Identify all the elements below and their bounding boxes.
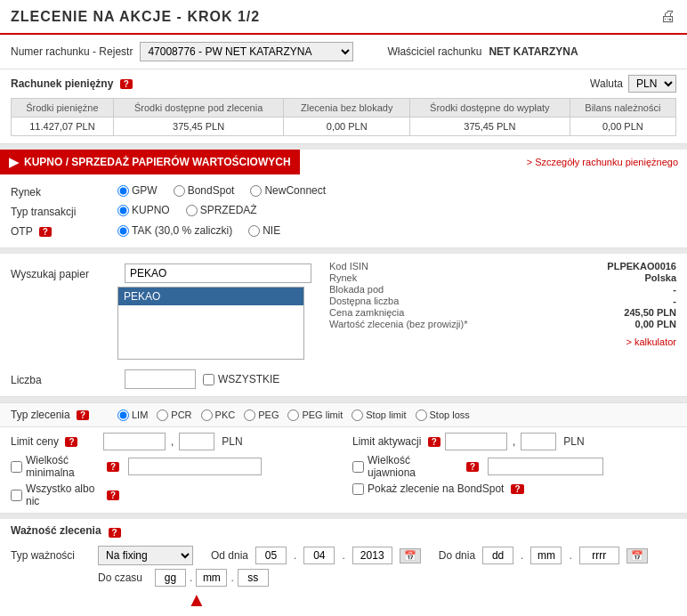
blokada-label: Blokada pod <box>329 284 467 295</box>
otp-tak[interactable]: TAK (30,0 % zaliczki) <box>117 224 232 237</box>
waznosc-title: Ważność zlecenia <box>11 524 101 537</box>
typ-pkc[interactable]: PKC <box>201 409 236 421</box>
otp-row: OTP ? TAK (30,0 % zaliczki) NIE <box>11 221 676 240</box>
col-zlecenia-bez-blokady: Zlecenia bez blokady <box>284 99 410 118</box>
col-bilans: Bilans należności <box>570 99 675 118</box>
currency-label: Waluta <box>590 77 623 90</box>
do-czasu-row: Do czasu . . <box>98 569 676 587</box>
arrow-indicator: ▲ <box>187 588 676 612</box>
search-label: Wyszukaj papier <box>11 266 117 280</box>
od-calendar-button[interactable]: 📅 <box>400 548 421 563</box>
otp-nie[interactable]: NIE <box>248 224 280 237</box>
isin-value: PLPEKAO0016 <box>476 261 676 272</box>
kupno-arrow-icon: ▶ <box>9 155 19 169</box>
limit-ceny-input2[interactable] <box>179 433 214 450</box>
limit-aktywacji-input2[interactable] <box>521 433 556 450</box>
otp-label: OTP ? <box>11 223 117 238</box>
typ-peg[interactable]: PEG <box>244 409 279 421</box>
pokaz-help[interactable]: ? <box>511 484 523 494</box>
currency-row: Waluta PLN <box>590 75 676 93</box>
do-month-input[interactable] <box>530 547 562 564</box>
search-result-pekao[interactable]: PEKAO <box>118 288 303 305</box>
search-right: Kod ISIN PLPEKAO0016 Rynek Polska Blokad… <box>329 261 676 389</box>
money-section-header: Rachunek pieniężny ? Waluta PLN <box>11 69 676 96</box>
limit-aktywacji-label: Limit aktywacji ? <box>352 435 441 448</box>
page-header: ZLECENIE NA AKCJE - KROK 1/2 🖨 <box>0 0 687 35</box>
do-year-input[interactable] <box>579 547 619 564</box>
wszystko-check[interactable]: Wszystko albo nic <box>11 482 100 507</box>
typ-pcr[interactable]: PCR <box>157 409 191 421</box>
wszystkie-checkbox[interactable]: WSZYSTKIE <box>203 373 279 385</box>
val-srodki-pieniezne: 11.427,07 PLN <box>12 118 114 136</box>
wielkosc-ujawniona-input[interactable] <box>488 458 603 475</box>
limit-grid: Limit ceny ? , PLN Wielkość minimalna <box>11 433 676 507</box>
wielkosc-ujawniona-help[interactable]: ? <box>466 462 479 472</box>
typ-zlecenia-help[interactable]: ? <box>77 410 89 420</box>
search-layout: Wyszukaj papier PEKAO Liczba <box>11 261 676 389</box>
limit-ceny-help[interactable]: ? <box>65 437 77 447</box>
rynek-radio-group: GPW BondSpot NewConnect <box>117 184 326 197</box>
od-day-input[interactable] <box>255 547 287 564</box>
waznosc-typ-select[interactable]: Na fixing Dzień Do daty Do czasu Bezterm… <box>98 546 193 565</box>
do-dnia-label: Do dnia <box>439 549 475 562</box>
limit-aktywacji-help[interactable]: ? <box>428 437 440 447</box>
liczba-input[interactable] <box>125 369 196 389</box>
do-day-input[interactable] <box>482 547 513 564</box>
limit-ceny-pln: PLN <box>222 435 242 448</box>
od-year-input[interactable] <box>352 547 392 564</box>
od-month-input[interactable] <box>303 547 335 564</box>
search-left: Wyszukaj papier PEKAO Liczba <box>11 261 311 389</box>
account-select[interactable]: 47008776 - PW NET KATARZYNA <box>140 42 353 61</box>
print-icon[interactable]: 🖨 <box>660 7 676 26</box>
search-input[interactable] <box>125 263 311 283</box>
search-row: Wyszukaj papier PEKAO <box>11 261 311 362</box>
od-dnia-label: Od dnia <box>211 549 248 562</box>
money-help-badge[interactable]: ? <box>120 79 133 89</box>
rynek-bondspot[interactable]: BondSpot <box>174 184 235 197</box>
otp-help-badge[interactable]: ? <box>39 227 52 237</box>
do-calendar-button[interactable]: 📅 <box>626 548 648 563</box>
val-srodki-dostepne: 375,45 PLN <box>113 118 284 136</box>
wielkosc-min-check[interactable]: Wielkość minimalna <box>11 454 100 479</box>
typ-kupno[interactable]: KUPNO <box>117 204 170 216</box>
wielkosc-ujawniona-row: Wielkość ujawniona ? <box>352 454 676 479</box>
typ-sprzedaz[interactable]: SPRZEDAŻ <box>186 204 257 216</box>
search-results-list: PEKAO <box>117 287 304 360</box>
do-czasu-label: Do czasu <box>98 571 142 584</box>
wielkosc-min-help[interactable]: ? <box>107 462 119 472</box>
kupno-section-wrapper: ▶ KUPNO / SPRZEDAŻ PAPIERÓW WARTOŚCIOWYC… <box>0 150 687 616</box>
wszystko-help[interactable]: ? <box>107 490 119 500</box>
page-container: ZLECENIE NA AKCJE - KROK 1/2 🖨 Numer rac… <box>0 0 687 616</box>
waznosc-help[interactable]: ? <box>109 528 121 538</box>
currency-select[interactable]: PLN <box>628 75 676 93</box>
typ-stop-limit[interactable]: Stop limit <box>352 409 406 421</box>
rynek-label: Rynek <box>11 184 117 199</box>
limit-aktywacji-input1[interactable] <box>445 433 507 450</box>
money-section-title: Rachunek pieniężny <box>11 77 113 90</box>
wszystko-albo-nic-row: Wszystko albo nic ? <box>11 482 335 507</box>
details-link[interactable]: > Szczegóły rachunku pieniężnego <box>527 153 678 171</box>
owner-label: Właściciel rachunku <box>387 45 481 58</box>
waznosc-section: Ważność zlecenia ? Typ ważności Na fixin… <box>0 519 687 616</box>
typ-transakcji-radio-group: KUPNO SPRZEDAŻ <box>117 204 257 216</box>
do-ss-input[interactable] <box>238 569 269 587</box>
owner-value: NET KATARZYNA <box>489 45 578 58</box>
typ-lim[interactable]: LIM <box>117 409 148 421</box>
pokaz-check[interactable]: Pokaż zlecenie na BondSpot <box>352 482 504 495</box>
rynek-section: Rynek GPW BondSpot NewConnect Typ transa… <box>0 174 687 248</box>
rynek-gpw[interactable]: GPW <box>117 184 158 197</box>
waznosc-row: Typ ważności Na fixing Dzień Do daty Do … <box>11 546 676 565</box>
kalkulator-link[interactable]: > kalkulator <box>329 336 676 347</box>
liczba-label: Liczba <box>11 372 117 386</box>
do-gg-input[interactable] <box>155 569 186 587</box>
wartosc-value: 0,00 PLN <box>476 319 676 329</box>
money-table: Środki pieniężne Środki dostępne pod zle… <box>11 98 676 136</box>
typ-stop-loss[interactable]: Stop loss <box>416 409 470 421</box>
rynek-newconnect[interactable]: NewConnect <box>250 184 326 197</box>
typ-peg-limit[interactable]: PEG limit <box>287 409 343 421</box>
limit-ceny-input1[interactable] <box>103 433 166 450</box>
wielkosc-ujawniona-check[interactable]: Wielkość ujawniona <box>352 454 459 479</box>
wielkosc-min-input[interactable] <box>128 458 262 475</box>
do-mm-input[interactable] <box>196 569 227 587</box>
limit-ceny-label: Limit ceny ? <box>11 435 100 448</box>
